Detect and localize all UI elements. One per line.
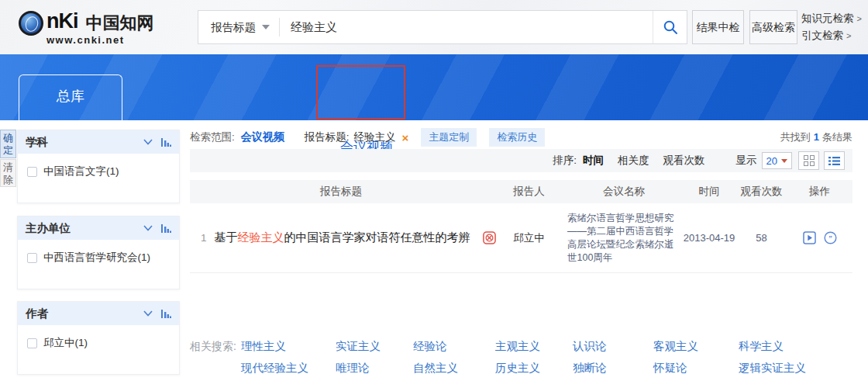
col-date: 时间 [682, 180, 736, 203]
sort-by-views[interactable]: 观看次数 [663, 154, 705, 168]
sort-by-relevance[interactable]: 相关度 [618, 154, 649, 168]
scope-label: 检索范围: [190, 130, 235, 144]
checkbox[interactable] [27, 338, 37, 348]
related-link[interactable]: 科学主义 [739, 339, 839, 354]
filter-card-organizer: 主办单位 中西语言哲学研究会(1) [17, 216, 180, 289]
filter-item-label: 中西语言哲学研究会(1) [43, 251, 150, 265]
sort-by-time[interactable]: 时间 [583, 154, 604, 168]
col-conference: 会议名称 [566, 180, 682, 203]
svg-text:”: ” [828, 234, 832, 242]
filter-item-label: 中国语言文字(1) [43, 165, 119, 178]
collapse-chevron-icon[interactable] [143, 139, 153, 145]
database-nav-bar: 总库 学术期刊 报纸 学位论文 年鉴 图书 专利 标准 成果 会议视频 [0, 54, 868, 120]
collapse-chevron-icon[interactable] [143, 310, 153, 317]
quote-icon: ” [824, 231, 837, 244]
related-link[interactable]: 主观主义 [495, 339, 573, 354]
grid-view-icon [804, 155, 815, 166]
related-link[interactable]: 独断论 [573, 361, 653, 376]
filter-title: 学科 [26, 135, 136, 150]
page-size-select[interactable]: 20 [762, 152, 792, 169]
cnki-logo[interactable]: nKi 中国知网 [19, 9, 154, 36]
search-box: 报告标题 [198, 10, 687, 44]
result-table-header: 报告标题 报告人 会议名称 时间 观看次数 操作 [190, 180, 852, 203]
checkbox[interactable] [27, 167, 37, 177]
col-speaker: 报告人 [492, 180, 566, 203]
related-link[interactable]: 逻辑实证主义 [739, 361, 839, 376]
report-date: 2013-04-19 [682, 232, 736, 244]
search-scope-bar: 检索范围: 会议视频 报告标题: 经验主义 × 主题定制 检索历史 共找到1条结… [190, 128, 852, 147]
related-search-label: 相关搜索: [190, 335, 238, 379]
sort-bar: 排序: 时间 相关度 观看次数 显示 20 [190, 149, 852, 172]
tab-zongku[interactable]: 总库 [19, 74, 122, 120]
arrow-right-icon: > [857, 14, 862, 23]
filter-card-subject: 学科 中国语言文字(1) [17, 130, 180, 203]
result-title-link[interactable]: 基于经验主义的中国语言学家对语符任意性的考辨 [215, 230, 470, 245]
bar-chart-icon[interactable] [160, 137, 171, 147]
bar-chart-icon[interactable] [160, 309, 171, 318]
search-input[interactable] [280, 21, 653, 34]
remove-condition-icon[interactable]: × [402, 131, 409, 144]
clear-filter-button[interactable]: 清除 [0, 159, 16, 187]
cite-button[interactable]: ” [824, 231, 837, 244]
scope-value[interactable]: 会议视频 [241, 130, 284, 144]
page-size-value: 20 [766, 155, 777, 167]
display-label: 显示 [736, 154, 757, 168]
condition-label: 报告标题: [305, 130, 350, 144]
advanced-search-button[interactable]: 高级检索 [749, 10, 797, 44]
result-title-cell: 1 基于经验主义的中国语言学家对语符任意性的考辨 [190, 230, 492, 245]
play-video-button[interactable] [803, 231, 816, 244]
related-link[interactable]: 现代经验主义 [241, 361, 336, 376]
related-link[interactable]: 唯理论 [336, 361, 413, 376]
filter-header: 作者 [18, 302, 179, 325]
highlighted-keyword: 经验主义 [238, 230, 284, 244]
table-row: 1 基于经验主义的中国语言学家对语符任意性的考辨 邱立中 索绪尔语言哲学思想研究… [190, 203, 852, 273]
list-view-button[interactable] [824, 151, 845, 170]
knowledge-element-search-link[interactable]: 知识元检索> [801, 12, 862, 24]
search-button[interactable] [653, 11, 687, 43]
citation-search-link[interactable]: 引文检索> [801, 29, 851, 41]
filter-item[interactable]: 中国语言文字(1) [18, 154, 179, 178]
filter-item[interactable]: 邱立中(1) [18, 325, 179, 350]
related-link[interactable]: 经验论 [413, 339, 495, 354]
speaker-name[interactable]: 邱立中 [492, 231, 566, 245]
search-field-label: 报告标题 [211, 20, 256, 35]
related-link[interactable]: 认识论 [573, 339, 653, 354]
filter-item-label: 邱立中(1) [43, 336, 88, 350]
chevron-down-icon [262, 25, 270, 29]
conference-name[interactable]: 索绪尔语言哲学思想研究——第二届中西语言哲学高层论坛暨纪念索绪尔逝世100周年 [566, 212, 682, 265]
cnki-brand-mark: nKi [46, 9, 78, 33]
related-link[interactable]: 理性主义 [241, 339, 336, 354]
condition-value: 经验主义 [354, 130, 396, 144]
topic-subscribe-button[interactable]: 主题定制 [421, 128, 477, 147]
play-icon [803, 231, 816, 244]
search-history-button[interactable]: 检索历史 [489, 128, 545, 147]
apply-filter-button[interactable]: 确定 [0, 130, 16, 158]
arrow-right-icon: > [846, 31, 851, 40]
search-in-results-button[interactable]: 结果中检索 [692, 10, 744, 44]
grid-view-button[interactable] [798, 151, 819, 170]
related-link[interactable]: 怀疑论 [653, 361, 739, 376]
filter-card-author: 作者 邱立中(1) [17, 301, 180, 375]
chevron-down-icon [781, 159, 787, 163]
related-link[interactable]: 客观主义 [653, 339, 739, 354]
list-view-icon [828, 156, 840, 166]
cnki-site-url: www.cnki.net [46, 34, 125, 46]
search-field-selector[interactable]: 报告标题 [198, 20, 279, 35]
collapse-chevron-icon[interactable] [143, 225, 153, 231]
top-header: nKi 中国知网 www.cnki.net 报告标题 结果中检索 高级检索 知识… [0, 0, 868, 54]
bar-chart-icon[interactable] [160, 223, 171, 233]
related-link[interactable]: 实证主义 [336, 339, 413, 354]
filter-title: 主办单位 [26, 221, 136, 236]
related-search: 相关搜索: 理性主义 实证主义 经验论 主观主义 认识论 客观主义 科学主义 现… [190, 335, 852, 379]
col-views: 观看次数 [736, 180, 787, 203]
search-icon [663, 19, 678, 35]
result-count: 共找到1条结果 [780, 130, 852, 144]
filter-header: 学科 [18, 130, 179, 154]
sort-label: 排序: [553, 154, 577, 168]
related-link[interactable]: 自然主义 [413, 361, 495, 376]
top-links: 知识元检索> 引文检索> [801, 10, 863, 44]
view-count: 58 [736, 232, 787, 244]
filter-item[interactable]: 中西语言哲学研究会(1) [18, 240, 179, 265]
related-link[interactable]: 历史主义 [495, 361, 573, 376]
checkbox[interactable] [27, 253, 37, 263]
